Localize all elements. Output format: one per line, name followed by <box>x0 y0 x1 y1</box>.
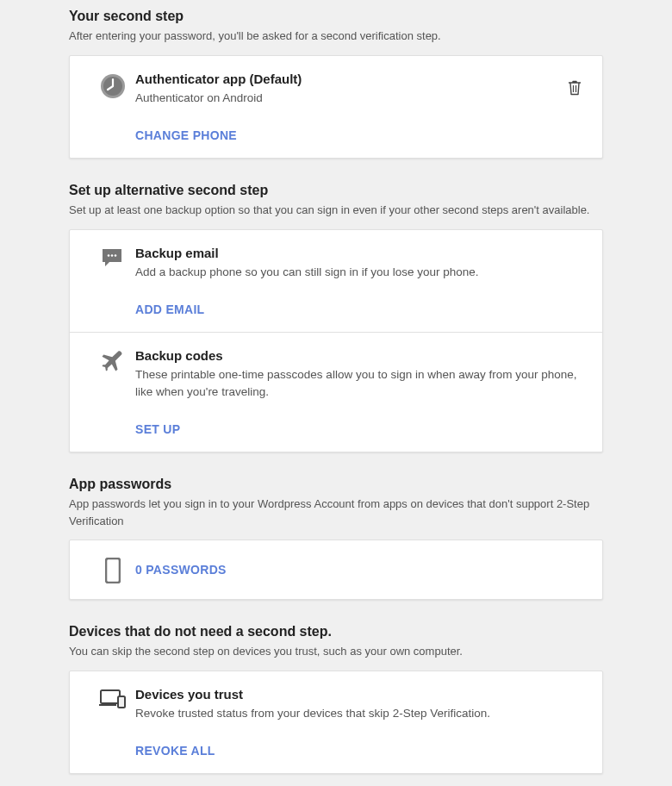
svg-point-2 <box>108 254 110 257</box>
devices-you-trust-desc: Revoke trusted status from your devices … <box>135 705 582 722</box>
alternative-card-group: Backup email Add a backup phone so you c… <box>69 229 603 453</box>
trusted-devices-card-group: Devices you trust Revoke trusted status … <box>69 671 603 775</box>
passwords-count-link[interactable]: 0 PASSWORDS <box>135 563 227 577</box>
change-phone-button[interactable]: CHANGE PHONE <box>135 128 237 142</box>
authenticator-app-desc: Authenticator on Android <box>135 90 582 107</box>
backup-email-title: Backup email <box>135 246 582 260</box>
svg-rect-5 <box>106 558 120 583</box>
alternative-title: Set up alternative second step <box>69 183 603 198</box>
delete-authenticator-button[interactable] <box>568 80 582 96</box>
svg-point-3 <box>111 254 114 257</box>
devices-icon <box>90 687 135 709</box>
app-passwords-title: App passwords <box>69 477 603 492</box>
svg-rect-6 <box>101 690 120 703</box>
trusted-devices-title: Devices that do not need a second step. <box>69 624 603 639</box>
app-passwords-subtitle: App passwords let you sign in to your Wo… <box>69 496 603 529</box>
app-passwords-card-group: 0 PASSWORDS <box>69 540 603 600</box>
svg-point-4 <box>115 254 117 257</box>
setup-codes-button[interactable]: SET UP <box>135 422 180 436</box>
phone-icon <box>90 556 135 583</box>
sms-icon <box>90 246 135 270</box>
backup-email-card: Backup email Add a backup phone so you c… <box>70 230 602 333</box>
revoke-all-button[interactable]: REVOKE ALL <box>135 744 215 758</box>
backup-codes-card: Backup codes These printable one-time pa… <box>70 332 602 452</box>
authenticator-app-card: Authenticator app (Default) Authenticato… <box>70 56 602 159</box>
devices-you-trust-title: Devices you trust <box>135 687 582 702</box>
authenticator-app-title: Authenticator app (Default) <box>135 72 582 86</box>
alternative-subtitle: Set up at least one backup option so tha… <box>69 202 603 219</box>
add-email-button[interactable]: ADD EMAIL <box>135 303 204 316</box>
backup-email-desc: Add a backup phone so you can still sign… <box>135 264 582 281</box>
airplane-icon <box>90 348 135 374</box>
svg-rect-8 <box>118 696 125 708</box>
second-step-title: Your second step <box>69 9 603 24</box>
trash-icon <box>568 80 582 96</box>
second-step-subtitle: After entering your password, you'll be … <box>69 28 603 45</box>
devices-you-trust-card: Devices you trust Revoke trusted status … <box>70 671 602 774</box>
trusted-devices-subtitle: You can skip the second step on devices … <box>69 643 603 660</box>
app-passwords-card[interactable]: 0 PASSWORDS <box>70 540 602 599</box>
backup-codes-desc: These printable one-time passcodes allow… <box>135 366 582 400</box>
second-step-card-group: Authenticator app (Default) Authenticato… <box>69 55 603 159</box>
backup-codes-title: Backup codes <box>135 348 582 363</box>
authenticator-icon <box>90 72 135 99</box>
